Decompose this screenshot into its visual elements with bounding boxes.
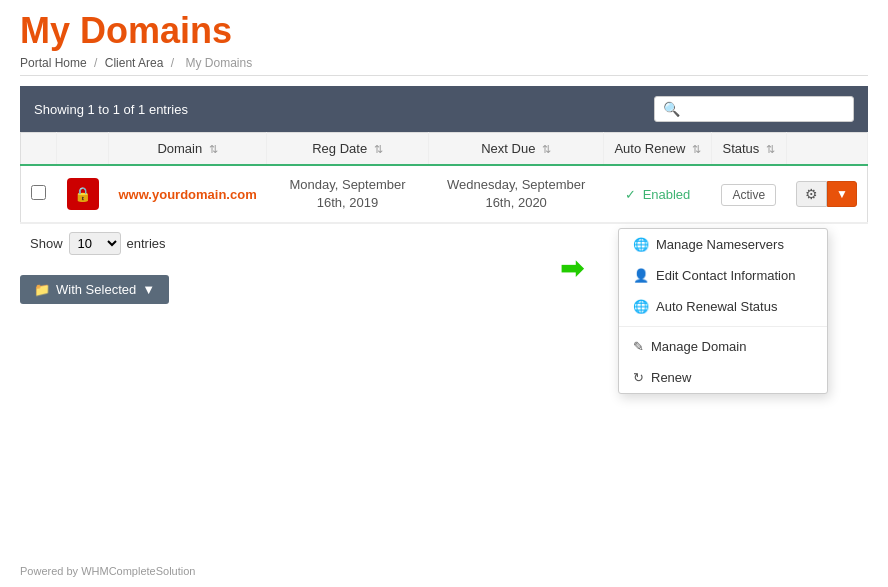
col-regdate[interactable]: Reg Date ⇅ — [267, 133, 429, 166]
breadcrumb: Portal Home / Client Area / My Domains — [20, 56, 868, 70]
with-selected-label: With Selected — [56, 282, 136, 297]
menu-item-renew[interactable]: ↻ Renew — [619, 362, 827, 393]
dropdown-menu: 🌐 Manage Nameservers 👤 Edit Contact Info… — [618, 228, 828, 394]
menu-label-autorenewal: Auto Renewal Status — [656, 299, 777, 314]
with-selected-button[interactable]: 📁 With Selected ▼ — [20, 275, 169, 304]
action-wrench-button[interactable]: ⚙ — [796, 181, 827, 207]
row-domain-cell: www.yourdomain.com — [109, 165, 267, 223]
menu-item-nameservers[interactable]: 🌐 Manage Nameservers — [619, 229, 827, 260]
menu-item-contact[interactable]: 👤 Edit Contact Information — [619, 260, 827, 291]
row-regdate-cell: Monday, September 16th, 2019 — [267, 165, 429, 223]
row-nextdue-cell: Wednesday, September 16th, 2020 — [428, 165, 604, 223]
globe-icon-autorenewal: 🌐 — [633, 299, 649, 314]
domain-link[interactable]: www.yourdomain.com — [119, 187, 257, 202]
pencil-icon-manage: ✎ — [633, 339, 644, 354]
search-box[interactable]: 🔍 — [654, 96, 854, 122]
col-checkbox — [21, 133, 57, 166]
menu-item-managedomain[interactable]: ✎ Manage Domain — [619, 331, 827, 362]
action-buttons: ⚙ ▼ — [796, 181, 857, 207]
row-actions-cell: ⚙ ▼ — [786, 165, 867, 223]
status-badge: Active — [721, 184, 776, 206]
menu-label-contact: Edit Contact Information — [656, 268, 795, 283]
table-header-bar: Showing 1 to 1 of 1 entries 🔍 — [20, 86, 868, 132]
sort-status-icon: ⇅ — [766, 143, 775, 156]
show-label: Show — [30, 236, 63, 251]
col-autorenew[interactable]: Auto Renew ⇅ — [604, 133, 711, 166]
dropdown-caret-icon: ▼ — [142, 282, 155, 297]
lock-icon: 🔒 — [67, 178, 99, 210]
row-status-cell: Active — [711, 165, 786, 223]
refresh-icon-renew: ↻ — [633, 370, 644, 385]
domain-table: Domain ⇅ Reg Date ⇅ Next Due ⇅ Auto Rene… — [20, 132, 868, 223]
user-icon-contact: 👤 — [633, 268, 649, 283]
globe-icon-nameservers: 🌐 — [633, 237, 649, 252]
green-arrow: ➡ — [560, 252, 583, 285]
entries-suffix: entries — [127, 236, 166, 251]
col-icon — [57, 133, 109, 166]
sort-domain-icon: ⇅ — [209, 143, 218, 156]
footer: Powered by WHMCompleteSolution — [20, 565, 195, 577]
page-title: My Domains — [20, 10, 868, 52]
check-icon: ✓ — [625, 187, 636, 202]
col-actions — [786, 133, 867, 166]
sort-autorenew-icon: ⇅ — [692, 143, 701, 156]
entries-info: Showing 1 to 1 of 1 entries — [34, 102, 188, 117]
menu-item-autorenewal[interactable]: 🌐 Auto Renewal Status — [619, 291, 827, 322]
menu-label-nameservers: Manage Nameservers — [656, 237, 784, 252]
row-lock-cell: 🔒 — [57, 165, 109, 223]
entries-select[interactable]: 10 25 50 100 — [69, 232, 121, 255]
row-checkbox[interactable] — [31, 185, 46, 200]
col-status[interactable]: Status ⇅ — [711, 133, 786, 166]
footer-text: Powered by WHMCompleteSolution — [20, 565, 195, 577]
page-header: My Domains Portal Home / Client Area / M… — [20, 0, 868, 76]
row-checkbox-cell — [21, 165, 57, 223]
search-input[interactable] — [686, 102, 845, 117]
col-nextdue[interactable]: Next Due ⇅ — [428, 133, 604, 166]
autorenew-status: Enabled — [643, 187, 691, 202]
col-domain[interactable]: Domain ⇅ — [109, 133, 267, 166]
table-row: 🔒 www.yourdomain.com Monday, September 1… — [21, 165, 868, 223]
action-dropdown-button[interactable]: ▼ — [827, 181, 857, 207]
menu-label-managedomain: Manage Domain — [651, 339, 746, 354]
sort-regdate-icon: ⇅ — [374, 143, 383, 156]
breadcrumb-current: My Domains — [185, 56, 252, 70]
breadcrumb-area[interactable]: Client Area — [105, 56, 164, 70]
menu-divider — [619, 326, 827, 327]
folder-icon: 📁 — [34, 282, 50, 297]
sort-nextdue-icon: ⇅ — [542, 143, 551, 156]
menu-label-renew: Renew — [651, 370, 691, 385]
row-autorenew-cell: ✓ Enabled — [604, 165, 711, 223]
search-icon: 🔍 — [663, 101, 680, 117]
breadcrumb-home[interactable]: Portal Home — [20, 56, 87, 70]
table-header-row: Domain ⇅ Reg Date ⇅ Next Due ⇅ Auto Rene… — [21, 133, 868, 166]
